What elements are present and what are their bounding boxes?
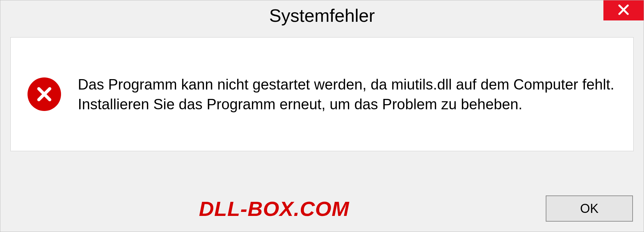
close-button[interactable]: [603, 0, 644, 20]
titlebar: Systemfehler: [0, 0, 644, 31]
watermark-text: DLL-BOX.COM: [199, 197, 349, 221]
close-icon: [617, 3, 630, 17]
error-icon: [28, 77, 61, 111]
error-message: Das Programm kann nicht gestartet werden…: [78, 74, 616, 114]
message-panel: Das Programm kann nicht gestartet werden…: [10, 37, 634, 151]
ok-button[interactable]: OK: [546, 195, 633, 222]
footer: DLL-BOX.COM OK: [11, 195, 633, 222]
dialog-title: Systemfehler: [269, 5, 375, 26]
